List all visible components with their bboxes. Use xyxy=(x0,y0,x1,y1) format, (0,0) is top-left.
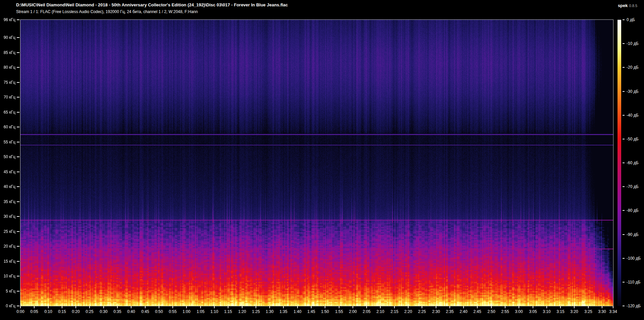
colorbar-tick-label: -70 дБ xyxy=(627,184,644,189)
y-axis-tick-label: 90 кГц xyxy=(0,35,15,40)
x-axis-tick xyxy=(228,306,228,308)
colorbar-tick-label: -30 дБ xyxy=(627,89,644,94)
y-axis-tick xyxy=(17,201,19,202)
x-axis-tick-label: 1:40 xyxy=(290,309,305,314)
app-version: 0.8.5 xyxy=(629,4,637,8)
x-axis-tick xyxy=(602,306,602,308)
x-axis-tick xyxy=(62,306,62,308)
colorbar-tick-label: -120 дБ xyxy=(627,304,644,308)
x-axis-tick xyxy=(588,306,589,308)
y-axis-tick xyxy=(17,67,19,68)
colorbar-tick-label: -90 дБ xyxy=(627,232,644,237)
x-axis-tick-label: 0:45 xyxy=(138,309,153,314)
y-axis-tick xyxy=(17,231,19,232)
x-axis-tick-label: 1:25 xyxy=(249,309,263,314)
x-axis-tick-label: 2:30 xyxy=(429,309,443,314)
y-axis-tick xyxy=(17,216,19,217)
y-axis-tick xyxy=(17,142,19,142)
x-axis-tick xyxy=(533,306,533,308)
x-axis-tick xyxy=(449,306,450,308)
x-axis-tick-label: 0:30 xyxy=(96,309,111,314)
x-axis-tick-label: 2:40 xyxy=(456,309,471,314)
x-axis-tick xyxy=(214,306,215,308)
x-axis-tick xyxy=(103,306,104,308)
x-axis-tick xyxy=(325,306,325,308)
y-axis-tick-label: 15 кГц xyxy=(0,259,15,264)
y-axis-tick-label: 10 кГц xyxy=(0,274,15,278)
x-axis-tick xyxy=(380,306,381,308)
x-axis-tick-label: 2:10 xyxy=(373,309,388,314)
y-axis-tick xyxy=(17,276,19,276)
colorbar-tick xyxy=(623,258,625,259)
x-axis-tick-label: 3:20 xyxy=(567,309,582,314)
x-axis-tick xyxy=(491,306,492,308)
x-axis-tick-label: 3:34 xyxy=(606,309,621,314)
x-axis-tick-label: 1:30 xyxy=(262,309,277,314)
colorbar-tick xyxy=(623,115,625,116)
x-axis-tick xyxy=(574,306,575,308)
y-axis-tick xyxy=(17,112,19,113)
colorbar-tick xyxy=(623,43,625,44)
plot-area xyxy=(20,19,613,306)
x-axis-tick-label: 1:10 xyxy=(207,309,222,314)
y-axis-tick-label: 40 кГц xyxy=(0,184,15,189)
x-axis-tick xyxy=(283,306,284,308)
x-axis-tick xyxy=(159,306,159,308)
x-axis-tick xyxy=(311,306,312,308)
colorbar-tick-label: -100 дБ xyxy=(627,256,644,261)
x-axis-tick xyxy=(34,306,35,308)
x-axis-tick xyxy=(394,306,395,308)
colorbar-tick-label: -110 дБ xyxy=(627,280,644,284)
y-axis-tick-label: 50 кГц xyxy=(0,154,15,159)
x-axis-tick-label: 3:15 xyxy=(553,309,568,314)
colorbar-tick xyxy=(623,186,625,187)
app-brand: spek0.8.5 xyxy=(618,2,637,8)
x-axis-tick-label: 1:15 xyxy=(221,309,235,314)
y-axis-tick xyxy=(17,156,19,157)
colorbar-tick xyxy=(623,139,625,139)
x-axis-tick xyxy=(48,306,49,308)
app-name: spek xyxy=(618,3,628,8)
y-axis-tick xyxy=(17,186,19,187)
x-axis-tick xyxy=(353,306,353,308)
x-axis-tick-label: 0:40 xyxy=(124,309,139,314)
x-axis-tick-label: 1:05 xyxy=(193,309,208,314)
x-axis-tick-label: 1:55 xyxy=(332,309,346,314)
colorbar-tick-label: -60 дБ xyxy=(627,161,644,165)
x-axis-tick xyxy=(117,306,118,308)
colorbar-tick xyxy=(623,163,625,163)
x-axis-tick xyxy=(186,306,187,308)
x-axis-tick xyxy=(339,306,339,308)
x-axis-tick xyxy=(519,306,519,308)
x-axis-tick-label: 2:50 xyxy=(484,309,499,314)
y-axis-tick-label: 25 кГц xyxy=(0,229,15,234)
y-axis-tick xyxy=(17,19,19,20)
y-axis-tick-label: 60 кГц xyxy=(0,125,15,129)
y-axis-tick-label: 80 кГц xyxy=(0,65,15,70)
x-axis-tick xyxy=(546,306,547,308)
x-axis-tick xyxy=(242,306,243,308)
x-axis-tick-label: 2:05 xyxy=(359,309,374,314)
x-axis-tick xyxy=(613,306,613,308)
x-axis-tick xyxy=(131,306,131,308)
x-axis-tick-label: 2:45 xyxy=(470,309,485,314)
colorbar-tick-label: -20 дБ xyxy=(627,65,644,70)
colorbar-tick-label: -10 дБ xyxy=(627,41,644,46)
x-axis-tick-label: 0:10 xyxy=(41,309,56,314)
colorbar-tick xyxy=(623,306,625,306)
x-axis-tick xyxy=(436,306,436,308)
colorbar-tick xyxy=(623,210,625,211)
x-axis-tick-label: 0:35 xyxy=(110,309,125,314)
x-axis-tick-label: 3:25 xyxy=(581,309,596,314)
x-axis-tick-label: 0:05 xyxy=(27,309,42,314)
y-axis-tick xyxy=(17,37,19,38)
colorbar-tick xyxy=(623,282,625,282)
y-axis-tick-label: 35 кГц xyxy=(0,199,15,204)
x-axis-tick xyxy=(477,306,478,308)
y-axis-tick-label: 96 кГц xyxy=(0,17,15,22)
y-axis-tick-label: 0 кГц xyxy=(0,304,15,308)
x-axis-tick-label: 2:25 xyxy=(415,309,429,314)
y-axis-tick-label: 65 кГц xyxy=(0,110,15,115)
x-axis-tick xyxy=(89,306,90,308)
y-axis-tick xyxy=(17,52,19,53)
